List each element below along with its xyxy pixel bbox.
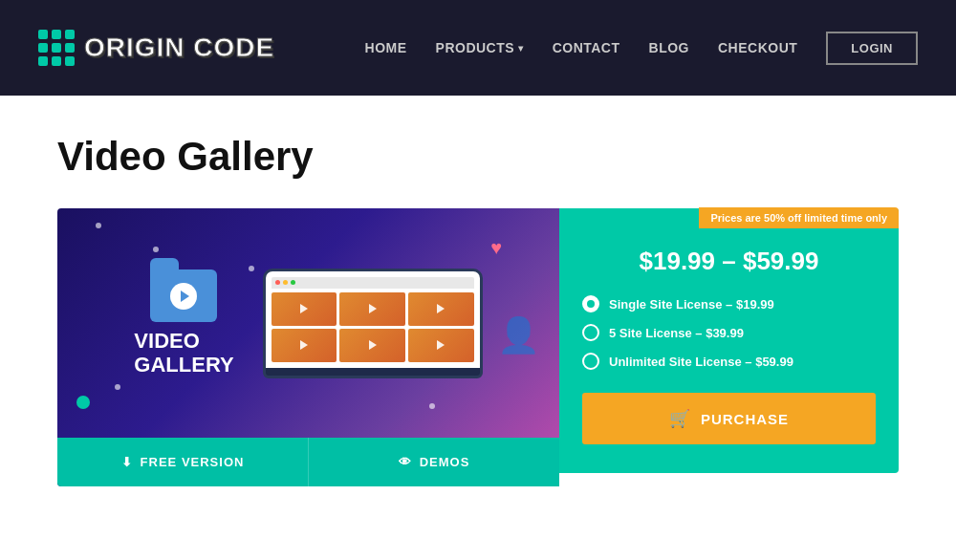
video-thumb [339,292,405,326]
radio-5site [582,324,599,341]
page-title: Video Gallery [57,134,899,180]
license-option-unlimited[interactable]: Unlimited Site License – $59.99 [582,353,876,370]
screen-dot-green [291,280,295,285]
main-nav: HOME PRODUCTS ▾ CONTACT BLOG CHECKOUT LO… [365,32,918,65]
product-title-line2: GALLERY [134,354,233,377]
product-title-line1: VIDEO [134,330,233,353]
screen-header [272,277,474,289]
laptop-mockup [263,269,483,378]
eye-icon: 👁 [399,455,412,469]
play-icon [437,340,445,350]
play-circle [170,283,197,310]
laptop-screen [266,271,480,368]
video-thumb [339,329,405,362]
page-content: Video Gallery ♥ 👤 [0,96,956,525]
play-icon [300,340,308,350]
demos-button[interactable]: 👁 DEMOS [308,438,559,486]
purchase-button[interactable]: 🛒 PURCHASE [582,393,876,444]
star-decoration [115,384,120,390]
screen-dot-red [275,280,280,285]
star-decoration [96,223,101,228]
video-thumb [272,329,337,362]
play-icon [437,304,445,313]
license-label-single: Single Site License – $19.99 [609,297,774,312]
nav-checkout[interactable]: CHECKOUT [718,40,797,55]
product-section: ♥ 👤 VIDEO GALLERY [57,208,899,486]
nav-products[interactable]: PRODUCTS ▾ [436,40,524,55]
video-grid [272,292,474,362]
cart-icon: 🛒 [669,408,691,429]
pricing-col: Prices are 50% off limited time only $19… [559,208,899,473]
radio-inner [587,300,595,308]
video-thumb [408,292,474,326]
heart-decoration: ♥ [490,237,502,259]
license-option-5site[interactable]: 5 Site License – $39.99 [582,324,876,341]
download-icon: ⬇ [121,455,133,469]
product-icon-text: VIDEO GALLERY [134,330,233,376]
sale-badge: Prices are 50% off limited time only [699,207,899,228]
play-icon [369,340,377,350]
free-version-button[interactable]: ⬇ FREE VERSION [57,438,308,486]
radio-unlimited [582,353,599,370]
star-decoration [153,247,159,252]
radio-single [582,295,599,312]
site-header: ORIGIN CODE HOME PRODUCTS ▾ CONTACT BLOG… [0,0,956,96]
logo: ORIGIN CODE [38,30,274,66]
logo-text: ORIGIN CODE [84,32,274,63]
teal-circle-decoration [76,396,90,409]
nav-home[interactable]: HOME [365,40,407,55]
product-image-col: ♥ 👤 VIDEO GALLERY [57,208,559,486]
laptop-base [266,368,480,376]
license-options: Single Site License – $19.99 5 Site Lice… [582,295,876,370]
folder-icon [150,269,217,322]
nav-contact[interactable]: CONTACT [553,40,620,55]
login-button[interactable]: LOGIN [826,32,918,65]
person-icon: 👤 [497,315,540,355]
star-decoration [429,403,435,409]
play-icon [369,304,377,313]
chevron-down-icon: ▾ [518,43,524,54]
screen-dot-yellow [283,280,288,285]
license-label-5site: 5 Site License – $39.99 [609,326,744,340]
play-icon [300,304,308,313]
logo-dots [38,30,75,66]
play-triangle-icon [181,291,189,302]
star-decoration [249,266,254,271]
nav-blog[interactable]: BLOG [649,40,689,55]
video-thumb [272,292,337,326]
product-icon-area: VIDEO GALLERY [134,269,233,376]
video-thumb [408,329,474,362]
license-option-single[interactable]: Single Site License – $19.99 [582,295,876,312]
product-buttons: ⬇ FREE VERSION 👁 DEMOS [57,438,559,486]
product-image: ♥ 👤 VIDEO GALLERY [57,208,559,438]
license-label-unlimited: Unlimited Site License – $59.99 [609,355,793,369]
price-range: $19.99 – $59.99 [582,247,876,276]
